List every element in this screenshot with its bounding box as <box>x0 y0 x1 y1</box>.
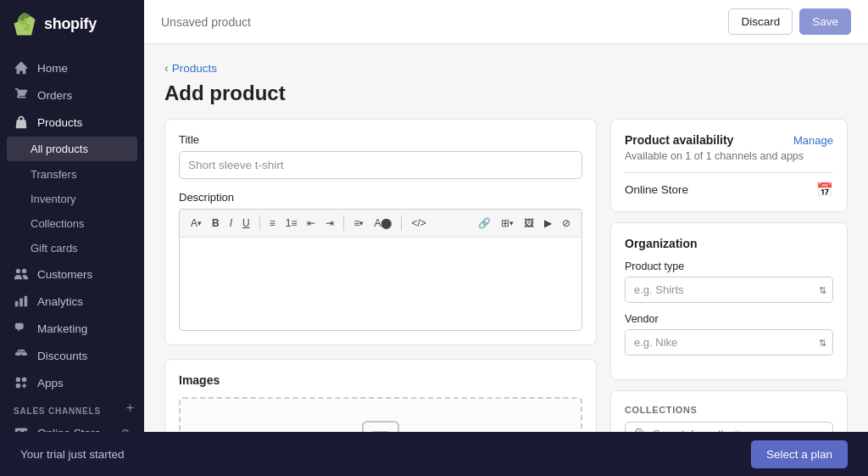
rte-clear-button[interactable]: ⊘ <box>558 215 575 232</box>
select-plan-button[interactable]: Select a plan <box>751 440 848 468</box>
availability-title: Product availability <box>625 133 733 147</box>
product-type-select[interactable]: e.g. Shirts <box>625 277 833 303</box>
sidebar-item-analytics[interactable]: Analytics <box>0 288 144 315</box>
online-store-label-group: Online Store <box>14 425 101 432</box>
sidebar-item-inventory[interactable]: Inventory <box>0 187 144 211</box>
org-title: Organization <box>625 237 833 250</box>
sidebar-item-collections[interactable]: Collections <box>0 211 144 236</box>
product-type-label: Product type <box>625 260 833 272</box>
sidebar-gift-cards-label: Gift cards <box>31 242 78 255</box>
rte-divider-3 <box>401 216 402 231</box>
logo[interactable]: shopify <box>0 0 144 48</box>
product-details-card: Title Description A ▾ B I U ≡ 1≡ ⇤ <box>164 119 597 345</box>
rte-divider-2 <box>343 216 344 231</box>
collections-search-box: 🔍 <box>625 422 833 432</box>
rte-video-button[interactable]: ▶ <box>540 215 556 232</box>
rte-color-button[interactable]: A⬤ <box>370 215 396 232</box>
sidebar-all-products-label: All products <box>31 143 88 155</box>
sidebar-transfers-label: Transfers <box>31 168 76 181</box>
description-label: Description <box>179 191 582 204</box>
rte-divider-1 <box>259 216 260 231</box>
page-title: Add product <box>164 81 848 105</box>
images-title: Images <box>179 373 582 387</box>
collections-label: COLLECTIONS <box>625 405 833 415</box>
sales-channels-section: SALES CHANNELS + <box>0 396 144 419</box>
rte-table-button[interactable]: ⊞ ▾ <box>497 215 518 232</box>
rte-align-button[interactable]: ≡ ▾ <box>349 215 368 232</box>
images-drop-zone[interactable]: + <box>179 397 582 432</box>
sidebar-item-gift-cards[interactable]: Gift cards <box>0 236 144 260</box>
image-placeholder-icon <box>370 429 391 432</box>
availability-header: Product availability Manage <box>625 133 833 147</box>
rte-ordered-list-button[interactable]: 1≡ <box>281 215 302 232</box>
title-label: Title <box>179 133 582 146</box>
rte-indent-increase-button[interactable]: ⇥ <box>321 215 338 232</box>
rte-image-button[interactable]: 🖼 <box>520 215 538 232</box>
sidebar-item-orders[interactable]: Orders <box>0 81 144 109</box>
channel-row: Online Store 📅 <box>625 172 833 198</box>
add-sales-channel-button[interactable]: + <box>126 400 134 416</box>
trial-text: Your trial just started <box>20 448 125 461</box>
sidebar-customers-label: Customers <box>37 268 92 281</box>
title-input[interactable] <box>179 151 582 179</box>
breadcrumb: ‹ Products <box>164 61 848 75</box>
sidebar-orders-label: Orders <box>37 89 72 102</box>
sidebar-analytics-label: Analytics <box>37 295 83 308</box>
right-column: Product availability Manage Available on… <box>610 119 848 432</box>
upload-icon-wrapper: + <box>362 421 399 432</box>
rte-font-button[interactable]: A ▾ <box>186 215 206 232</box>
sidebar-home-label: Home <box>37 62 68 75</box>
sidebar-item-discounts[interactable]: Discounts <box>0 342 144 369</box>
header-actions: Discard Save <box>728 8 851 35</box>
rte-italic-button[interactable]: I <box>225 215 236 232</box>
breadcrumb-arrow-icon: ‹ <box>164 61 169 75</box>
sidebar-item-apps[interactable]: Apps <box>0 369 144 396</box>
sidebar-item-online-store[interactable]: Online Store ⚙ <box>0 419 144 432</box>
calendar-icon: 📅 <box>816 182 833 198</box>
sidebar-item-home[interactable]: Home <box>0 54 144 81</box>
sidebar-item-customers[interactable]: Customers <box>0 260 144 288</box>
vendor-label: Vendor <box>625 313 833 325</box>
sidebar-item-all-products[interactable]: All products <box>7 137 137 161</box>
breadcrumb-products-link[interactable]: Products <box>172 62 217 75</box>
channel-name: Online Store <box>625 183 688 196</box>
upload-icon <box>362 421 399 432</box>
rte-code-button[interactable]: </> <box>407 215 430 232</box>
images-drop-inner: + <box>362 421 399 432</box>
sidebar-inventory-label: Inventory <box>31 193 75 205</box>
availability-card: Product availability Manage Available on… <box>610 119 848 212</box>
bottom-bar: Your trial just started Select a plan <box>0 432 868 476</box>
left-column: Title Description A ▾ B I U ≡ 1≡ ⇤ <box>164 119 597 432</box>
product-type-wrapper: e.g. Shirts <box>625 277 833 303</box>
sidebar-discounts-label: Discounts <box>37 350 87 362</box>
rte-link-button[interactable]: 🔗 <box>474 215 495 232</box>
rte-underline-button[interactable]: U <box>238 215 254 232</box>
save-button[interactable]: Save <box>799 8 851 35</box>
manage-link[interactable]: Manage <box>793 134 833 147</box>
sidebar-collections-label: Collections <box>31 217 85 230</box>
rte-body[interactable] <box>179 238 582 331</box>
vendor-select[interactable]: e.g. Nike <box>625 329 833 356</box>
organization-card: Organization Product type e.g. Shirts Ve… <box>610 222 848 380</box>
content-grid: Title Description A ▾ B I U ≡ 1≡ ⇤ <box>164 119 848 432</box>
sales-channels-label: SALES CHANNELS <box>0 396 126 419</box>
sidebar: shopify Home Orders Products All product… <box>0 0 144 432</box>
sidebar-marketing-label: Marketing <box>37 322 87 335</box>
top-header: Unsaved product Discard Save <box>144 0 868 44</box>
brand-name: shopify <box>44 15 97 33</box>
rte-bold-button[interactable]: B <box>208 215 224 232</box>
rte-indent-decrease-button[interactable]: ⇤ <box>303 215 320 232</box>
sidebar-item-products[interactable]: Products <box>0 109 144 136</box>
sidebar-item-transfers[interactable]: Transfers <box>0 162 144 187</box>
availability-sub: Available on 1 of 1 channels and apps <box>625 150 833 162</box>
rte-bullet-list-button[interactable]: ≡ <box>265 215 280 232</box>
collections-card: COLLECTIONS 🔍 Add this product to a coll… <box>610 390 848 432</box>
vendor-wrapper: e.g. Nike <box>625 329 833 356</box>
sidebar-item-marketing[interactable]: Marketing <box>0 315 144 342</box>
discard-button[interactable]: Discard <box>728 8 793 35</box>
rte-toolbar: A ▾ B I U ≡ 1≡ ⇤ ⇥ ≡ ▾ A⬤ <box>179 209 582 238</box>
sidebar-apps-label: Apps <box>37 377 64 389</box>
sidebar-products-label: Products <box>37 116 82 129</box>
sidebar-nav: Home Orders Products All products Transf… <box>0 48 144 432</box>
online-store-settings-icon[interactable]: ⚙ <box>120 427 131 433</box>
